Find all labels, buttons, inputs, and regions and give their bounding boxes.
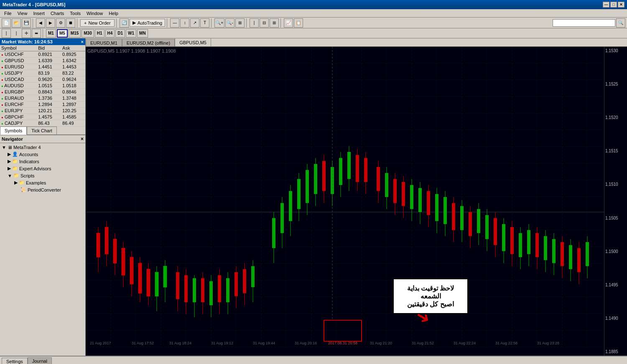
maximize-button[interactable]: □	[610, 2, 617, 8]
minimize-button[interactable]: —	[603, 2, 609, 8]
svg-rect-109	[552, 239, 556, 263]
nav-indicators[interactable]: ▶ 📁 Indicators	[1, 158, 84, 165]
menu-file[interactable]: File	[2, 10, 14, 17]
indicator-btn[interactable]: 📈	[284, 18, 293, 28]
line-tool[interactable]: |	[2, 29, 11, 38]
nav-metatrader4[interactable]: ▼ 🖥 MetaTrader 4	[1, 144, 84, 151]
tab-symbols[interactable]: Symbols	[0, 126, 27, 135]
y-label-5: 1.1510	[605, 182, 626, 187]
period-h1[interactable]: H1	[95, 29, 104, 38]
chart-area: EURUSD,M1 EURUSD,M2 (offline) GBPUSD,M5 …	[86, 38, 627, 356]
nav-label-examples: Examples	[26, 180, 46, 185]
period-h4[interactable]: H4	[105, 29, 115, 38]
new-chart-button[interactable]: 📄	[2, 18, 11, 28]
back-button[interactable]: ◀	[36, 18, 45, 28]
period-m30[interactable]: M30	[82, 29, 94, 38]
nav-examples[interactable]: ▶ 📁 Examples	[1, 179, 84, 186]
svg-rect-11	[122, 248, 125, 275]
line-btn[interactable]: —	[170, 18, 179, 28]
expert-button[interactable]: ⚙	[56, 18, 65, 28]
mw-row-gbpusd[interactable]: ● GBPUSD1.63391.6342	[0, 58, 85, 64]
mw-row-usdchf[interactable]: ● USDCHF0.89210.8925	[0, 51, 85, 58]
menu-tools[interactable]: Tools	[67, 10, 83, 17]
nav-expert-advisors[interactable]: ▶ 📁 Expert Advisors	[1, 165, 84, 172]
period-m15[interactable]: M15	[69, 29, 81, 38]
svg-rect-9	[113, 239, 117, 263]
search-input[interactable]	[553, 19, 615, 27]
svg-text:31 Aug 21:52: 31 Aug 21:52	[412, 341, 434, 345]
toolbar-separator-7	[280, 18, 282, 28]
period-w1[interactable]: W1	[126, 29, 136, 38]
mw-row-gbpchf[interactable]: ● GBPCHF1.45751.4585	[0, 114, 85, 120]
navigator-close-button[interactable]: ×	[81, 136, 84, 142]
mw-row-eurchf[interactable]: ● EURCHF1.28941.2897	[0, 101, 85, 108]
zoom-out-button[interactable]: 🔍-	[225, 18, 234, 28]
y-label-8: 1.1495	[605, 283, 626, 287]
market-watch-close[interactable]: ×	[81, 39, 84, 44]
arrow-btn[interactable]: ↗	[190, 18, 199, 28]
svg-rect-79	[427, 191, 430, 215]
mw-row-usdjpy[interactable]: ● USDJPY83.1983.22	[0, 70, 85, 76]
menu-view[interactable]: View	[15, 10, 30, 17]
close-button[interactable]: ✕	[618, 2, 624, 8]
scroll-btn[interactable]: ⬌	[32, 29, 41, 38]
mw-row-audusd[interactable]: ● AUDUSD1.05151.0518	[0, 83, 85, 89]
nav-accounts[interactable]: ▶ 👤 Accounts	[1, 151, 84, 158]
mw-row-eurusd[interactable]: ● EURUSD1.44511.4453	[0, 64, 85, 70]
period-m1[interactable]: M1	[46, 29, 56, 38]
save-button[interactable]: 💾	[22, 18, 31, 28]
search-button[interactable]: 🔍	[616, 18, 625, 28]
svg-rect-103	[527, 230, 530, 254]
chart-type-1[interactable]: |	[250, 18, 259, 28]
toolbar-separator-3	[116, 18, 118, 28]
zoom-in-button[interactable]: 🔍+	[214, 18, 224, 28]
menu-insert[interactable]: Insert	[31, 10, 47, 17]
svg-rect-77	[418, 188, 422, 212]
y-label-10: 1.1885	[605, 349, 626, 354]
stop-button[interactable]: ⏹	[66, 18, 75, 28]
mw-row-usdcad[interactable]: ● USDCAD0.96200.9624	[0, 76, 85, 83]
mw-row-eurgbp[interactable]: ● EURGBP0.88430.8846	[0, 89, 85, 95]
nav-label-ea: Expert Advisors	[19, 166, 51, 171]
tab-eurusd-m2[interactable]: EURUSD,M2 (offline)	[122, 39, 175, 46]
hline-btn[interactable]: ↕	[180, 18, 189, 28]
new-order-button[interactable]: + New Order	[80, 19, 115, 27]
nav-period-converter[interactable]: 📜 PeriodConverter	[1, 186, 84, 193]
open-button[interactable]: 📂	[12, 18, 21, 28]
crosshair-btn[interactable]: ✛	[22, 29, 31, 38]
market-watch: Market Watch: 16:24:53 × Symbol Bid Ask …	[0, 38, 85, 135]
menu-help[interactable]: Help	[106, 10, 121, 17]
tab-tick-chart[interactable]: Tick Chart	[27, 126, 57, 134]
mw-row-euraud[interactable]: ● EURAUD1.37361.3748	[0, 95, 85, 101]
market-watch-tabs: Symbols Tick Chart	[0, 126, 85, 135]
menu-window[interactable]: Window	[84, 10, 105, 17]
expand-icon-accounts: ▶	[8, 152, 11, 157]
auto-trading-button[interactable]: ▶ AutoTrading	[130, 19, 166, 27]
navigator-title: Navigator	[2, 136, 23, 142]
chart-canvas[interactable]: GBPUSD,M5 1.1907 1.1908 1.1907 1.1908 1.…	[86, 47, 627, 356]
market-watch-title: Market Watch: 16:24:53	[2, 39, 53, 44]
svg-rect-115	[577, 248, 581, 272]
autotrading-label: AutoTrading	[138, 20, 163, 25]
period-d1[interactable]: D1	[115, 29, 125, 38]
refresh-button[interactable]: 🔄	[120, 18, 129, 28]
tab-journal[interactable]: Journal	[28, 357, 52, 364]
expand-icon-scripts: ▼	[8, 173, 12, 178]
mw-row-cadjpy[interactable]: ● CADJPY86.4386.49	[0, 120, 85, 126]
chart-type-2[interactable]: ⊟	[260, 18, 269, 28]
tab-settings[interactable]: Settings	[2, 358, 28, 364]
tab-gbpusd-m5[interactable]: GBPUSD,M5	[175, 38, 211, 46]
template-btn[interactable]: 📋	[294, 18, 303, 28]
menu-charts[interactable]: Charts	[48, 10, 66, 17]
period-m5[interactable]: M5	[57, 29, 68, 38]
svg-rect-5	[97, 233, 100, 257]
forward-button[interactable]: ▶	[46, 18, 55, 28]
nav-scripts[interactable]: ▼ 📁 Scripts	[1, 172, 84, 179]
svg-rect-41	[251, 266, 255, 287]
mw-row-eurjpy[interactable]: ● EURJPY120.21120.25	[0, 108, 85, 114]
tab-eurusd-m1[interactable]: EURUSD,M1	[86, 39, 122, 46]
properties-btn[interactable]: ⊞	[235, 18, 245, 28]
text-btn[interactable]: T	[200, 18, 209, 28]
chart-type-3[interactable]: ⊞	[270, 18, 279, 28]
period-mn[interactable]: MN	[137, 29, 148, 38]
